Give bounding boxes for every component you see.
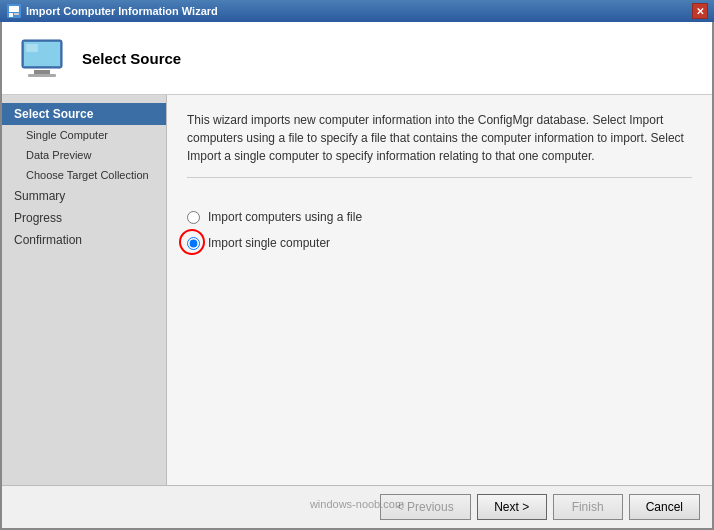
prev-button[interactable]: < Previous (380, 494, 471, 520)
wizard-footer: < Previous Next > Finish Cancel (2, 485, 712, 528)
header-computer-icon (18, 34, 66, 82)
cancel-button[interactable]: Cancel (629, 494, 700, 520)
radio-option-single[interactable]: Import single computer (187, 236, 692, 250)
wizard-nav: Select Source Single Computer Data Previ… (2, 95, 167, 485)
wizard-body: Select Source Single Computer Data Previ… (2, 95, 712, 485)
svg-rect-3 (14, 13, 19, 15)
wizard-icon (6, 3, 22, 19)
radio-file-label: Import computers using a file (208, 210, 362, 224)
wizard-title: Select Source (82, 50, 181, 67)
next-button[interactable]: Next > (477, 494, 547, 520)
nav-item-select-source[interactable]: Select Source (2, 103, 166, 125)
radio-file-input[interactable] (187, 211, 200, 224)
svg-rect-2 (9, 13, 13, 17)
svg-rect-7 (28, 74, 56, 77)
wizard-window: Select Source Select Source Single Compu… (0, 22, 714, 530)
svg-rect-8 (26, 44, 38, 52)
radio-option-file[interactable]: Import computers using a file (187, 210, 692, 224)
radio-annotated-wrapper (187, 237, 200, 250)
wizard-header: Select Source (2, 22, 712, 95)
svg-rect-6 (34, 70, 50, 74)
nav-item-progress[interactable]: Progress (2, 207, 166, 229)
nav-item-confirmation[interactable]: Confirmation (2, 229, 166, 251)
radio-group: Import computers using a file Import sin… (187, 210, 692, 250)
nav-item-data-preview[interactable]: Data Preview (2, 145, 166, 165)
radio-single-input[interactable] (187, 237, 200, 250)
nav-item-summary[interactable]: Summary (2, 185, 166, 207)
radio-single-label: Import single computer (208, 236, 330, 250)
content-description: This wizard imports new computer informa… (187, 111, 692, 178)
svg-rect-1 (9, 6, 19, 12)
nav-item-single-computer[interactable]: Single Computer (2, 125, 166, 145)
close-button[interactable]: ✕ (692, 3, 708, 19)
title-bar-text: Import Computer Information Wizard (26, 5, 218, 17)
title-bar: Import Computer Information Wizard ✕ (0, 0, 714, 22)
wizard-content: This wizard imports new computer informa… (167, 95, 712, 485)
nav-item-choose-target[interactable]: Choose Target Collection (2, 165, 166, 185)
finish-button[interactable]: Finish (553, 494, 623, 520)
